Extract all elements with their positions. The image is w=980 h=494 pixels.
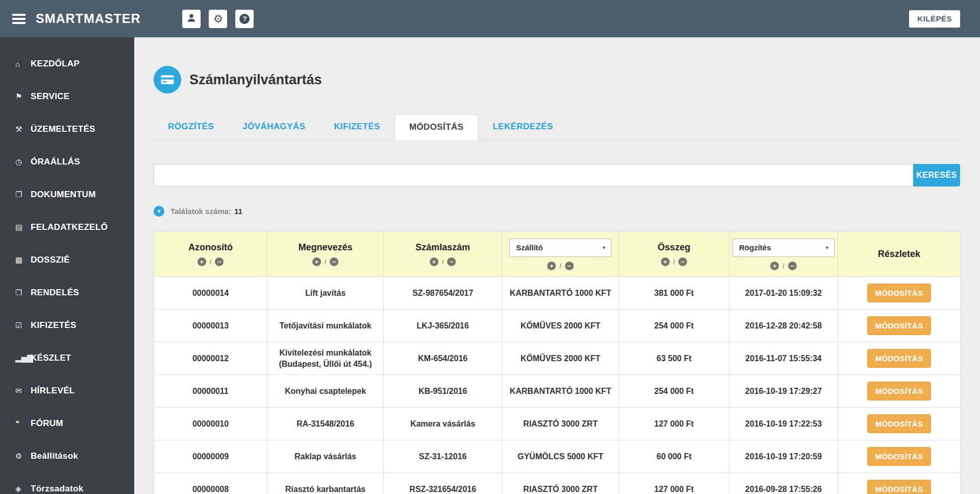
settings-button[interactable]: ⚙ [209, 10, 227, 28]
table-row: 00000009 Raklap vásárlás SZ-31-12016 GYÜ… [154, 440, 961, 473]
modify-button[interactable]: MÓDOSÍTÁS [867, 349, 932, 368]
sidebar-item-label: DOSSZIÉ [31, 255, 70, 265]
logout-button[interactable]: KILÉPÉS [909, 10, 960, 28]
menu-hamburger-icon[interactable] [12, 12, 26, 26]
sidebar-item-label: ÓRAÁLLÁS [31, 157, 80, 167]
sort-desc-icon[interactable]: − [565, 262, 574, 270]
user-icon [186, 13, 197, 25]
sort-asc-icon[interactable]: + [661, 257, 670, 266]
help-icon: ? [239, 14, 250, 24]
column-header-szallito: Szállító ▼ +/− [502, 232, 619, 277]
sidebar-item-torzsadatok[interactable]: ◈ Törzsadatok [0, 473, 134, 494]
search-button[interactable]: KERESÉS [913, 164, 960, 186]
sidebar-item-beallitasok[interactable]: ⚙ Beállítások [0, 440, 134, 473]
cell-szallito: GYÜMÖLCS 5000 KFT [502, 440, 619, 473]
sidebar-item-forum[interactable]: ❝ FÓRUM [0, 407, 134, 440]
column-header-osszeg: Összeg +/− [619, 232, 729, 277]
sort-desc-icon[interactable]: − [447, 257, 456, 266]
column-header-reszletek: Részletek [838, 232, 961, 277]
search-bar: KERESÉS [154, 164, 960, 186]
cell-reszletek: MÓDOSÍTÁS [838, 375, 961, 408]
sort-desc-icon[interactable]: − [215, 257, 224, 266]
column-header-megnevezes: Megnevezés +/− [267, 232, 384, 277]
tab-jovahagyas[interactable]: JÓVÁHAGYÁS [228, 114, 320, 139]
supplier-filter-select[interactable]: Szállító [509, 239, 611, 257]
sort-desc-icon[interactable]: − [788, 262, 797, 270]
cell-szamlaszam: KB-951/2016 [384, 375, 502, 408]
cell-megnevezes: RA-31548/2016 [267, 408, 384, 440]
cell-reszletek: MÓDOSÍTÁS [838, 473, 961, 494]
sidebar-item-kifizetes[interactable]: ☑ KIFIZETÉS [0, 309, 134, 342]
credit-card-icon [154, 66, 181, 93]
cell-osszeg: 254 000 Ft [619, 375, 729, 408]
cell-azonosito: 00000013 [154, 310, 267, 342]
sort-desc-icon[interactable]: − [330, 257, 338, 266]
sidebar-item-label: Törzsadatok [31, 484, 83, 494]
sidebar-item-hirlevel[interactable]: ✉ HÍRLEVÉL [0, 374, 134, 407]
sidebar-item-label: FELADATKEZELŐ [31, 222, 108, 232]
sort-asc-icon[interactable]: + [547, 262, 556, 270]
sort-asc-icon[interactable]: + [430, 257, 438, 266]
folder-icon: ❐ [15, 190, 31, 199]
stock-chart-icon: ▂▅▇ [15, 354, 31, 363]
mail-icon: ✉ [15, 386, 31, 395]
sidebar: ⌂ KEZDŐLAP ⚑ SERVICE ⚒ ÜZEMELTETÉS ◷ ÓRA… [0, 37, 134, 494]
cell-reszletek: MÓDOSÍTÁS [838, 440, 961, 473]
sidebar-item-label: FÓRUM [31, 418, 63, 429]
search-input[interactable] [154, 164, 913, 186]
sidebar-item-label: KIFIZETÉS [31, 320, 77, 331]
column-header-szamlaszam: Számlaszám +/− [384, 232, 502, 277]
gear-icon: ⚙ [15, 452, 31, 461]
app-brand: SMARTMASTER [36, 11, 140, 26]
modify-button[interactable]: MÓDOSÍTÁS [867, 447, 932, 466]
sidebar-item-dosszie[interactable]: ▦ DOSSZIÉ [0, 244, 134, 276]
cell-osszeg: 381 000 Ft [619, 277, 729, 310]
tab-modositas[interactable]: MÓDOSÍTÁS [395, 114, 479, 140]
sidebar-item-feladatkezelo[interactable]: ▤ FELADATKEZELŐ [0, 211, 134, 244]
cell-szallito: RIASZTÓ 3000 ZRT [502, 408, 619, 440]
sidebar-item-keszlet[interactable]: ▂▅▇ KÉSZLET [0, 342, 134, 374]
recorded-filter-select[interactable]: Rögzítés [732, 239, 835, 257]
cell-megnevezes: Lift javítás [267, 277, 384, 310]
sidebar-item-uzemeltetes[interactable]: ⚒ ÜZEMELTETÉS [0, 113, 134, 146]
collapse-arrow-down-icon[interactable]: ▼ [154, 206, 164, 217]
modify-button[interactable]: MÓDOSÍTÁS [867, 414, 932, 433]
table-row: 00000011 Konyhai csaptelepek KB-951/2016… [154, 375, 961, 408]
table-row: 00000014 Lift javítás SZ-987654/2017 KAR… [154, 277, 961, 310]
sidebar-item-oraallas[interactable]: ◷ ÓRAÁLLÁS [0, 146, 134, 178]
cell-rogzites: 2016-10-19 17:20:59 [729, 440, 838, 473]
table-row: 00000010 RA-31548/2016 Kamera vásárlás R… [154, 408, 961, 440]
modify-button[interactable]: MÓDOSÍTÁS [867, 382, 932, 401]
sidebar-item-kezdolap[interactable]: ⌂ KEZDŐLAP [0, 48, 134, 80]
cell-rogzites: 2016-09-28 17:55:26 [729, 473, 838, 494]
cell-megnevezes: Riasztó karbantartás [267, 473, 384, 494]
sidebar-item-rendeles[interactable]: ❒ RENDELÉS [0, 276, 134, 309]
modify-button[interactable]: MÓDOSÍTÁS [867, 284, 932, 302]
sort-controls: +/− [271, 257, 380, 266]
cell-rogzites: 2017-01-20 15:09:32 [729, 277, 838, 310]
topbar-icon-group: ⚙ ? [182, 10, 254, 28]
sidebar-item-label: HÍRLEVÉL [31, 386, 75, 396]
sort-asc-icon[interactable]: + [198, 257, 206, 266]
modify-button[interactable]: MÓDOSÍTÁS [867, 480, 932, 494]
cell-rogzites: 2016-11-07 15:55:34 [729, 342, 838, 375]
sort-asc-icon[interactable]: + [312, 257, 321, 266]
help-button[interactable]: ? [235, 10, 254, 28]
sidebar-item-dokumentum[interactable]: ❐ DOKUMENTUM [0, 178, 134, 211]
orders-icon: ❒ [15, 288, 31, 297]
user-button[interactable] [182, 10, 201, 28]
sort-asc-icon[interactable]: + [770, 262, 779, 270]
cell-szallito: KŐMŰVES 2000 KFT [502, 342, 619, 375]
cell-megnevezes: Konyhai csaptelepek [267, 375, 384, 408]
sidebar-item-label: ÜZEMELTETÉS [31, 124, 95, 134]
sidebar-item-label: DOKUMENTUM [31, 190, 96, 200]
results-summary: ▼ Találatok száma: 11 [154, 206, 960, 217]
modify-button[interactable]: MÓDOSÍTÁS [867, 316, 932, 335]
tab-kifizetes[interactable]: KIFIZETÉS [320, 114, 395, 139]
cell-osszeg: 60 000 Ft [619, 440, 729, 473]
cell-megnevezes: Raklap vásárlás [267, 440, 384, 473]
sort-desc-icon[interactable]: − [678, 257, 687, 266]
sidebar-item-service[interactable]: ⚑ SERVICE [0, 80, 134, 113]
tab-lekerdezes[interactable]: LEKÉRDEZÉS [478, 114, 567, 139]
tab-rogzites[interactable]: RÖGZÍTÉS [154, 114, 228, 139]
